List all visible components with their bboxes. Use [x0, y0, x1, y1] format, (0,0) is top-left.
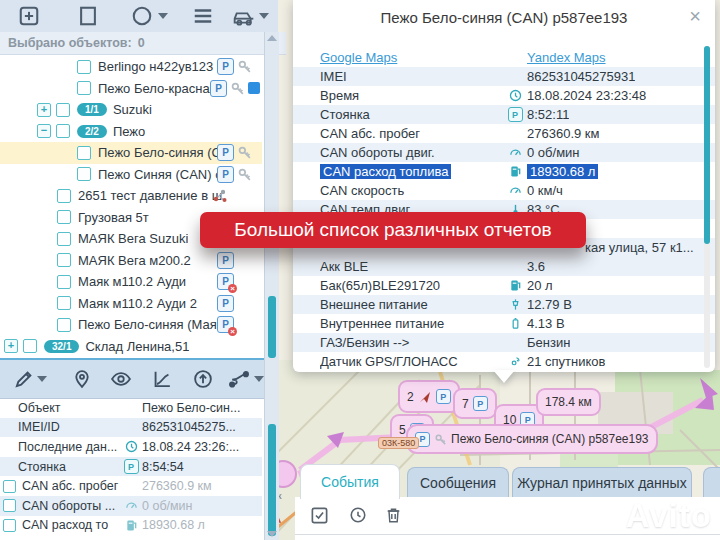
checkbox[interactable] [57, 232, 71, 246]
tab-data-log[interactable]: Журнал принятых данных [512, 467, 692, 498]
scroll-up-arrow[interactable] [267, 35, 277, 41]
parking-icon [508, 107, 523, 122]
checkbox[interactable] [57, 275, 71, 289]
detail-row: CAN абс. пробег 276360.9 км [0, 476, 262, 496]
popup-row: Стоянка 8:52:11 [293, 105, 715, 124]
tree-group[interactable]: + 1/1 Suzuki [0, 99, 262, 121]
checkbox[interactable] [57, 189, 71, 203]
tab-messages[interactable]: Сообщения [407, 467, 509, 498]
key-icon [237, 59, 252, 74]
checkbox[interactable] [3, 499, 16, 512]
tree-item[interactable]: Пежо Синяя (CAN) с [0, 164, 262, 186]
tree-group[interactable]: + 32/1 Склад Ленина,51 [0, 336, 262, 358]
checkbox[interactable] [77, 167, 91, 181]
expand-icon[interactable]: + [4, 339, 18, 353]
parking-off-icon [217, 273, 234, 290]
chevron-down-icon[interactable] [37, 376, 47, 382]
google-maps-link[interactable]: Google Maps [320, 50, 397, 65]
popup-row: Акк BLE 3.6 [293, 257, 715, 276]
left-panel: Выбрано объектов: 0 Berlingo н422ув123 П… [0, 0, 278, 540]
parking-icon [217, 252, 234, 269]
close-icon[interactable]: × [689, 6, 701, 26]
popup-row: Время 18.08.2024 23:23:48 [293, 86, 715, 105]
tree-scrollbar[interactable] [264, 32, 279, 540]
eye-icon[interactable] [110, 369, 132, 389]
nav-arrow-icon [418, 390, 432, 404]
tree-item[interactable]: Пежо Бело-красная [0, 78, 262, 100]
selected-objects-bar: Выбрано объектов: 0 [0, 32, 286, 55]
checkbox[interactable] [57, 210, 71, 224]
detail-row: IMEI/ID 862531045275... [0, 418, 262, 438]
tree-item[interactable]: Маяк м110.2 Ауди 2 [0, 293, 262, 315]
map-marker-distance[interactable]: 178.4 км [536, 388, 601, 416]
tree-item[interactable]: 2651 тест давление в ш [0, 185, 262, 207]
map-marker-vehicle[interactable]: Пежо Бело-синяя (CAN) p587ee193 [406, 424, 658, 454]
route-icon[interactable] [228, 369, 250, 389]
popup-row-selected[interactable]: CAN расход топлива 18930.68 л [293, 162, 715, 181]
parking-icon [210, 80, 227, 97]
tab-partial[interactable] [703, 467, 720, 498]
fuel-icon [509, 165, 522, 178]
checkbox[interactable] [77, 146, 91, 160]
tree-item-selected[interactable]: Пежо Бело-синяя (C [0, 142, 262, 164]
circle-tool-icon[interactable] [131, 5, 153, 27]
watermark-logo-icon [582, 496, 624, 536]
scrollbar-thumb[interactable] [268, 424, 276, 536]
popup-row: CAN обороты двиг. 0 об/мин [293, 143, 715, 162]
map-marker-7[interactable]: 7 [453, 388, 497, 419]
yandex-maps-link[interactable]: Yandex Maps [527, 50, 606, 65]
rectangle-tool-icon[interactable] [77, 5, 99, 27]
checkbox[interactable] [77, 81, 91, 95]
fuel-icon [125, 519, 138, 532]
checkbox[interactable] [23, 339, 37, 353]
chevron-down-icon[interactable] [254, 376, 264, 382]
checkbox[interactable] [56, 103, 70, 117]
watermark: Avito [582, 496, 712, 536]
pin-icon[interactable] [72, 369, 92, 389]
chevron-down-icon[interactable] [259, 13, 269, 19]
scroll-down-arrow[interactable] [267, 531, 277, 537]
count-badge: 32/1 [44, 340, 79, 353]
tree-item[interactable]: Berlingo н422ув123 [0, 56, 262, 78]
popup-title: Пежо Бело-синяя (CAN) p587ee193 [293, 9, 715, 26]
checkbox[interactable] [3, 519, 16, 532]
parking-icon [473, 396, 488, 411]
detail-row: Стоянка 8:54:54 [0, 457, 262, 477]
tree-group[interactable]: − 2/2 Пежо [0, 121, 262, 143]
key-icon [237, 167, 252, 182]
parking-icon [217, 295, 234, 312]
add-object-icon[interactable] [18, 5, 40, 27]
map-links-row: Google Maps Yandex Maps [293, 48, 715, 67]
map-marker-2[interactable]: 2 [398, 380, 460, 413]
chart-icon[interactable] [152, 369, 172, 389]
chevron-down-icon[interactable] [158, 13, 168, 19]
scrollbar-thumb[interactable] [268, 296, 276, 358]
tree-item[interactable]: Пежо Бело-синяя (Мая [0, 314, 262, 336]
checkbox[interactable] [57, 318, 71, 332]
parking-icon [124, 459, 139, 474]
pencil-icon[interactable] [14, 369, 34, 389]
blue-square-icon [248, 82, 260, 94]
key-icon [237, 145, 252, 160]
tree-item[interactable]: МАЯК Вега м200.2 [0, 250, 262, 272]
expand-icon[interactable]: + [37, 103, 51, 117]
check-square-icon[interactable] [310, 506, 329, 525]
tab-events[interactable]: События [300, 464, 400, 499]
checkbox[interactable] [56, 124, 70, 138]
checkbox[interactable] [57, 253, 71, 267]
watermark-text: Avito [626, 497, 712, 535]
vehicle-icon[interactable] [232, 5, 256, 27]
collapse-icon[interactable]: − [37, 124, 51, 138]
trash-icon[interactable] [385, 506, 402, 524]
checkbox[interactable] [57, 296, 71, 310]
checkbox[interactable] [3, 480, 16, 493]
object-actions-toolbar [0, 360, 278, 399]
tree-item[interactable]: Маяк м110.2 Ауди [0, 271, 262, 293]
upload-icon[interactable] [193, 369, 213, 389]
checkbox[interactable] [77, 60, 91, 74]
popup-row: Бак(65л)BLE291720 20 л [293, 276, 715, 295]
popup-scrollbar[interactable] [704, 46, 710, 368]
history-icon[interactable] [349, 506, 367, 524]
scrollbar-thumb[interactable] [704, 46, 710, 244]
list-icon[interactable] [192, 5, 214, 27]
